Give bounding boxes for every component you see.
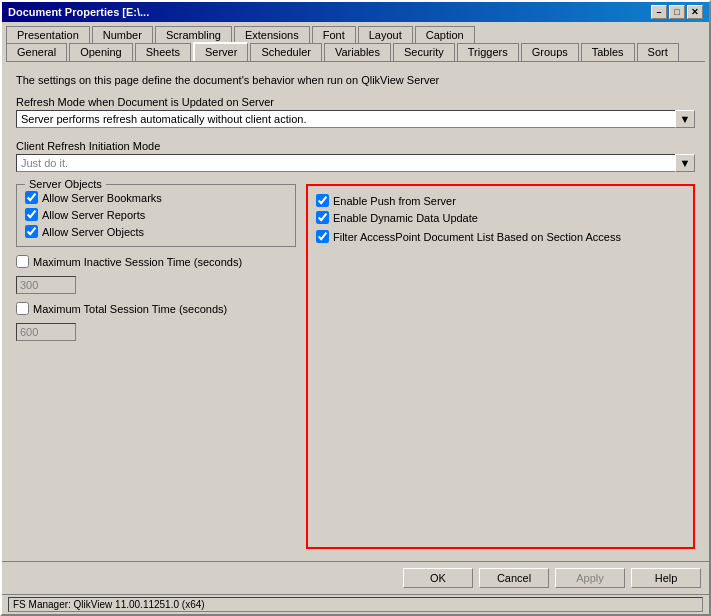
filter-row: Filter AccessPoint Document List Based o… bbox=[316, 230, 685, 243]
client-refresh-label: Client Refresh Initiation Mode bbox=[16, 140, 695, 152]
allow-bookmarks-checkbox[interactable] bbox=[25, 191, 38, 204]
filter-checkbox[interactable] bbox=[316, 230, 329, 243]
tab-variables[interactable]: Variables bbox=[324, 43, 391, 61]
window-title: Document Properties [E:\... bbox=[8, 6, 149, 18]
allow-reports-checkbox[interactable] bbox=[25, 208, 38, 221]
max-total-checkbox[interactable] bbox=[16, 302, 29, 315]
two-column-section: Server Objects Allow Server BookmarksAll… bbox=[16, 184, 695, 549]
allow-reports-label: Allow Server Reports bbox=[42, 209, 145, 221]
tab-layout[interactable]: Layout bbox=[358, 26, 413, 43]
allow-objects-checkbox[interactable] bbox=[25, 225, 38, 238]
refresh-mode-dropdown-container: Server performs refresh automatically wi… bbox=[16, 110, 695, 128]
client-refresh-section: Client Refresh Initiation Mode Just do i… bbox=[16, 140, 695, 178]
minimize-button[interactable]: – bbox=[651, 5, 667, 19]
refresh-mode-dropdown[interactable]: Server performs refresh automatically wi… bbox=[16, 110, 695, 128]
tab-general[interactable]: General bbox=[6, 43, 67, 61]
max-total-input[interactable] bbox=[16, 323, 76, 341]
max-inactive-checkbox[interactable] bbox=[16, 255, 29, 268]
tab-row-1: PresentationNumberScramblingExtensionsFo… bbox=[2, 22, 709, 43]
server-checkboxes-container: Allow Server BookmarksAllow Server Repor… bbox=[25, 191, 287, 238]
tab-server[interactable]: Server bbox=[193, 42, 248, 61]
max-inactive-input[interactable] bbox=[16, 276, 76, 294]
tab-tables[interactable]: Tables bbox=[581, 43, 635, 61]
refresh-mode-section: Refresh Mode when Document is Updated on… bbox=[16, 96, 695, 134]
cancel-button[interactable]: Cancel bbox=[479, 568, 549, 588]
enable-dynamic-label: Enable Dynamic Data Update bbox=[333, 212, 478, 224]
max-inactive-section: Maximum Inactive Session Time (seconds) bbox=[16, 255, 296, 294]
status-text: FS Manager: QlikView 11.00.11251.0 (x64) bbox=[8, 597, 703, 612]
title-bar: Document Properties [E:\... – □ ✕ bbox=[2, 2, 709, 22]
tab-row-2: GeneralOpeningSheetsServerSchedulerVaria… bbox=[2, 43, 709, 61]
server-objects-group: Server Objects Allow Server BookmarksAll… bbox=[16, 184, 296, 247]
close-button[interactable]: ✕ bbox=[687, 5, 703, 19]
tab-number[interactable]: Number bbox=[92, 26, 153, 43]
tab-extensions[interactable]: Extensions bbox=[234, 26, 310, 43]
max-inactive-label: Maximum Inactive Session Time (seconds) bbox=[33, 256, 242, 268]
checkbox-row-enable-dynamic: Enable Dynamic Data Update bbox=[316, 211, 685, 224]
max-total-label: Maximum Total Session Time (seconds) bbox=[33, 303, 227, 315]
allow-objects-label: Allow Server Objects bbox=[42, 226, 144, 238]
page-description: The settings on this page define the doc… bbox=[16, 74, 695, 86]
help-button[interactable]: Help bbox=[631, 568, 701, 588]
enable-push-checkbox[interactable] bbox=[316, 194, 329, 207]
main-window: Document Properties [E:\... – □ ✕ Presen… bbox=[0, 0, 711, 616]
client-refresh-dropdown[interactable]: Just do it. bbox=[16, 154, 695, 172]
apply-button[interactable]: Apply bbox=[555, 568, 625, 588]
max-total-row: Maximum Total Session Time (seconds) bbox=[16, 302, 296, 315]
tab-separator bbox=[6, 61, 705, 62]
tab-sort[interactable]: Sort bbox=[637, 43, 679, 61]
status-bar: FS Manager: QlikView 11.00.11251.0 (x64) bbox=[2, 594, 709, 614]
tab-caption[interactable]: Caption bbox=[415, 26, 475, 43]
tab-presentation[interactable]: Presentation bbox=[6, 26, 90, 43]
checkbox-row-allow-objects: Allow Server Objects bbox=[25, 225, 287, 238]
checkbox-row-allow-reports: Allow Server Reports bbox=[25, 208, 287, 221]
allow-bookmarks-label: Allow Server Bookmarks bbox=[42, 192, 162, 204]
tab-opening[interactable]: Opening bbox=[69, 43, 133, 61]
tab-sheets[interactable]: Sheets bbox=[135, 43, 191, 61]
enable-dynamic-checkbox[interactable] bbox=[316, 211, 329, 224]
right-checkboxes-container: Enable Push from ServerEnable Dynamic Da… bbox=[316, 194, 685, 224]
max-total-section: Maximum Total Session Time (seconds) bbox=[16, 302, 296, 341]
right-column: Enable Push from ServerEnable Dynamic Da… bbox=[306, 184, 695, 549]
bottom-bar: OK Cancel Apply Help bbox=[2, 561, 709, 594]
tab-security[interactable]: Security bbox=[393, 43, 455, 61]
checkbox-row-allow-bookmarks: Allow Server Bookmarks bbox=[25, 191, 287, 204]
checkbox-row-enable-push: Enable Push from Server bbox=[316, 194, 685, 207]
client-refresh-dropdown-container: Just do it. ▼ bbox=[16, 154, 695, 172]
filter-label: Filter AccessPoint Document List Based o… bbox=[333, 231, 621, 243]
tab-scheduler[interactable]: Scheduler bbox=[250, 43, 322, 61]
tab-scrambling[interactable]: Scrambling bbox=[155, 26, 232, 43]
left-column: Server Objects Allow Server BookmarksAll… bbox=[16, 184, 296, 549]
title-bar-buttons: – □ ✕ bbox=[651, 5, 703, 19]
server-objects-legend: Server Objects bbox=[25, 178, 106, 190]
maximize-button[interactable]: □ bbox=[669, 5, 685, 19]
max-inactive-row: Maximum Inactive Session Time (seconds) bbox=[16, 255, 296, 268]
content-area: The settings on this page define the doc… bbox=[8, 66, 703, 557]
tab-font[interactable]: Font bbox=[312, 26, 356, 43]
enable-push-label: Enable Push from Server bbox=[333, 195, 456, 207]
ok-button[interactable]: OK bbox=[403, 568, 473, 588]
refresh-mode-label: Refresh Mode when Document is Updated on… bbox=[16, 96, 695, 108]
tab-triggers[interactable]: Triggers bbox=[457, 43, 519, 61]
tab-groups[interactable]: Groups bbox=[521, 43, 579, 61]
